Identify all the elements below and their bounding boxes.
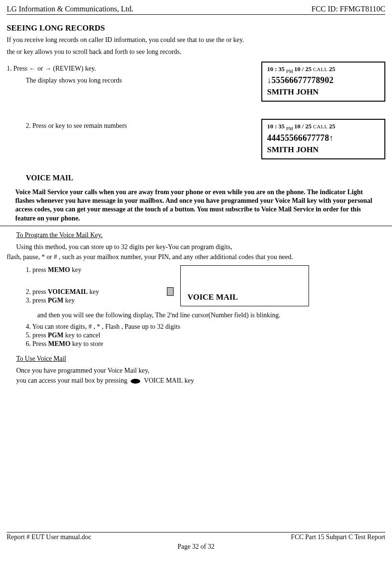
step6-key: MEMO (48, 340, 71, 347)
lcd2-callnum: 25 (329, 123, 335, 130)
program-intro-1: Using this method, you can store up to 3… (16, 243, 385, 252)
lcd1-line2: ↓55566677778902 (267, 75, 380, 85)
fcc-id: FCC ID: FFMGT8110C (311, 5, 385, 13)
step2-line: 2. Press or key to see remain numbers (26, 122, 247, 131)
use-p1: Once you have programmed your Voice Mail… (16, 366, 385, 376)
voice-mail-description: Voice Mail Service your calls when you a… (15, 188, 377, 223)
page: LG Information & Communications, Ltd. FC… (0, 0, 392, 553)
voice-mail-title: VOICE MAIL (26, 174, 385, 182)
step1-line: 1. Press ← or → (REVIEW) key. (7, 64, 247, 73)
program-steps-row: 1. press MEMO key 2. press VOICEMAIL key… (26, 265, 385, 306)
lcd1-date: 10 / 25 (294, 65, 311, 73)
step-1: 1. press MEMO key (26, 266, 169, 274)
step3-suffix-text: key (63, 297, 75, 304)
left-arrow-icon: ← (29, 65, 36, 72)
step1-suffix: (REVIEW) key. (53, 65, 96, 72)
step-4: 4. You can store digits, # , * , Flash ,… (26, 323, 385, 331)
section-title-seeing-long-records: SEEING LONG RECORDS (7, 23, 385, 33)
step2-text-col: 2. Press or key to see remain numbers (7, 119, 247, 134)
lcd2-line1: 10 : 35 PM 10 / 25 CALL 25 (267, 123, 380, 131)
step1-key: MEMO (48, 266, 70, 273)
program-intro-2-text: flash, pause, * or # , such as your mail… (7, 253, 293, 261)
lcd-display-1: 10 : 35 PM 10 / 25 CALL 25 ↓555666777789… (261, 62, 385, 102)
use-p2-prefix: you can access your mail box by pressing (16, 377, 129, 384)
program-intro-2: flash, pause, * or # , such as your mail… (16, 253, 385, 262)
right-arrow-icon: → (45, 65, 52, 72)
step1-text-col: 1. Press ← or → (REVIEW) key. The displa… (7, 62, 247, 88)
lcd-small-wrapper: VOICE MAIL (180, 265, 309, 306)
footer-right: FCC Part 15 Subpart C Test Report (291, 533, 385, 541)
step2-key: VOICEMAIL (48, 288, 88, 295)
lcd2-date: 10 / 25 (294, 123, 311, 130)
divider (0, 226, 392, 226)
page-header: LG Information & Communications, Ltd. FC… (7, 5, 385, 15)
step-3: 3. press PGM key (26, 297, 169, 304)
page-footer: Report # EUT User manual.doc FCC Part 15… (7, 532, 385, 541)
use-p2: you can access your mail box by pressing… (16, 376, 385, 386)
lcd1-pm: PM (286, 68, 294, 73)
step-5: 5. press PGM key to cancel (26, 332, 385, 339)
down-arrow-icon: ↓ (267, 75, 271, 85)
lcd1-name: SMITH JOHN (267, 87, 380, 97)
step-6: 6. Press MEMO key to store (26, 340, 385, 348)
lcd-small-display: VOICE MAIL (180, 265, 309, 306)
step1-or: or (38, 65, 45, 72)
step6-prefix: 6. Press (26, 340, 48, 347)
cursor-square-icon (167, 287, 174, 296)
lcd1-call-label: CALL (311, 66, 329, 72)
step1-row: 1. Press ← or → (REVIEW) key. The displa… (7, 62, 385, 102)
step3-key: PGM (48, 297, 63, 304)
step-2: 2. press VOICEMAIL key (26, 288, 169, 296)
step1-suffix-text: key (70, 266, 82, 273)
step1-prefix-text: 1. press (26, 266, 48, 273)
step5-prefix: 5. press (26, 332, 48, 339)
step2-suffix-text: key (88, 288, 99, 295)
lcd1-time: 10 : 35 (267, 65, 286, 73)
lcd-small-label: VOICE MAIL (187, 292, 238, 302)
step3-prefix-text: 3. press (26, 297, 48, 304)
lcd1-number: 55566677778902 (271, 75, 333, 85)
lcd2-call-label: CALL (311, 124, 329, 129)
step5-suffix: key to cancel (63, 332, 100, 339)
step2-prefix-text: 2. press (26, 288, 48, 295)
step2-row: 2. Press or key to see remain numbers 10… (7, 119, 385, 159)
lcd2-pm: PM (286, 126, 294, 131)
lcd2-line2: 44455566677778↑ (267, 133, 380, 143)
footer-page-number: Page 32 of 32 (0, 543, 392, 551)
intro-line-1: If you receive long records on caller ID… (7, 36, 385, 45)
after-step-note: and then you will see the following disp… (37, 311, 385, 320)
lcd1-callnum: 25 (329, 65, 335, 73)
step1-desc: The display shows you long records (26, 76, 247, 85)
step5-key: PGM (48, 332, 63, 339)
use-p2-suffix: VOICE MAIL key (144, 377, 194, 384)
lcd2-name: SMITH JOHN (267, 145, 380, 155)
lcd1-line1: 10 : 35 PM 10 / 25 CALL 25 (267, 65, 380, 74)
intro-line-2: the or key allows you to scroll back and… (7, 48, 385, 57)
steps-column: 1. press MEMO key 2. press VOICEMAIL key… (26, 265, 169, 305)
step1-prefix: 1. Press (7, 65, 29, 72)
use-voice-mail-title: To Use Voice Mail (16, 355, 385, 364)
lcd-display-2: 10 : 35 PM 10 / 25 CALL 25 4445556667777… (261, 119, 385, 159)
ellipse-button-icon (131, 379, 140, 384)
footer-left: Report # EUT User manual.doc (7, 533, 91, 541)
program-voice-mail-title: To Program the Voice Mail Key. (16, 231, 385, 240)
step6-suffix: key to store (71, 340, 103, 347)
up-arrow-icon: ↑ (329, 133, 333, 143)
lcd2-time: 10 : 35 (267, 123, 286, 130)
lcd2-number: 44455566677778 (267, 133, 329, 143)
company-name: LG Information & Communications, Ltd. (7, 5, 134, 13)
